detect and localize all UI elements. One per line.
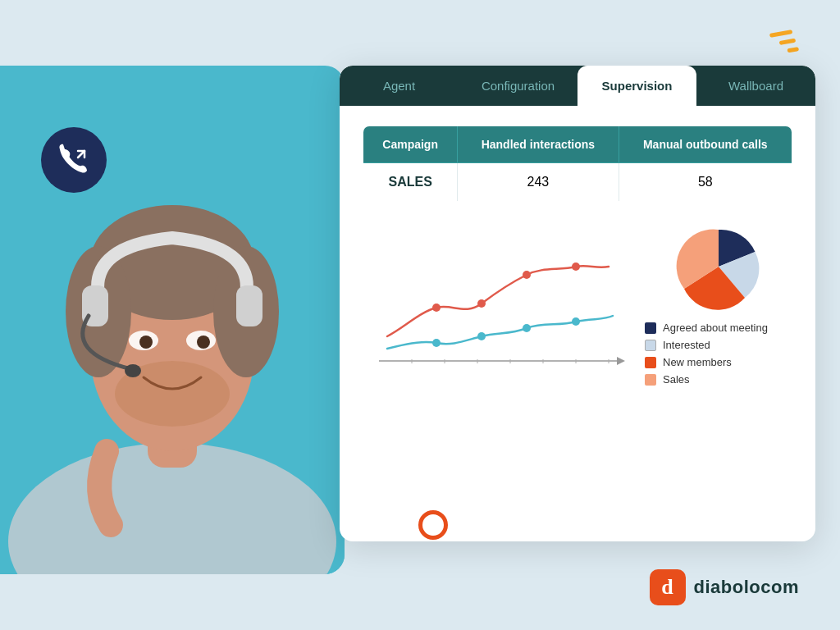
table-row: SALES 243 58 <box>363 163 792 202</box>
svg-point-22 <box>523 271 531 279</box>
chart-area: Agreed about meeting Interested New memb… <box>340 215 815 399</box>
ui-card: Agent Configuration Supervision Wallboar… <box>340 66 815 541</box>
legend-dot-interested <box>645 340 656 351</box>
legend-item-agreed: Agreed about meeting <box>645 322 792 334</box>
supervision-table: Campaign Handled interactions Manual out… <box>363 126 792 202</box>
svg-marker-19 <box>617 357 625 365</box>
tab-supervision[interactable]: Supervision <box>578 66 696 106</box>
pie-chart-wrapper <box>645 221 792 312</box>
deco-line-1 <box>769 30 792 38</box>
logo-icon: d <box>650 569 686 605</box>
svg-point-25 <box>477 332 486 340</box>
legend-dot-new-members <box>645 357 656 368</box>
svg-point-14 <box>125 364 141 377</box>
header-campaign: Campaign <box>363 126 458 163</box>
orange-dot-decoration <box>418 510 448 540</box>
legend-item-interested: Interested <box>645 339 792 351</box>
svg-point-10 <box>139 336 153 349</box>
phone-icon <box>57 143 91 177</box>
logo-text: diabolocom <box>694 577 799 598</box>
pie-chart <box>673 221 764 312</box>
deco-line-2 <box>779 39 797 45</box>
tab-bar: Agent Configuration Supervision Wallboar… <box>340 66 815 106</box>
legend-item-sales: Sales <box>645 373 792 386</box>
line-chart <box>363 221 625 386</box>
decoration-lines <box>769 29 799 55</box>
table-header-row: Campaign Handled interactions Manual out… <box>363 126 792 163</box>
legend-dot-sales <box>645 374 656 386</box>
header-manual: Manual outbound calls <box>619 126 792 163</box>
legend-label-agreed: Agreed about meeting <box>663 322 768 334</box>
svg-point-21 <box>477 299 486 308</box>
logo-area: d diabolocom <box>650 569 799 605</box>
cell-campaign: SALES <box>363 163 458 202</box>
svg-point-23 <box>572 262 580 271</box>
legend-label-new-members: New members <box>663 356 732 368</box>
pie-legend-container: Agreed about meeting Interested New memb… <box>645 221 792 386</box>
svg-point-11 <box>197 336 210 349</box>
deco-line-3 <box>787 47 799 52</box>
phone-circle <box>41 127 107 193</box>
table-section: Campaign Handled interactions Manual out… <box>340 106 815 215</box>
svg-point-24 <box>432 339 441 347</box>
svg-point-20 <box>432 304 441 312</box>
tab-configuration[interactable]: Configuration <box>459 66 578 106</box>
header-handled: Handled interactions <box>458 126 619 163</box>
legend-label-interested: Interested <box>663 339 710 351</box>
tab-wallboard[interactable]: Wallboard <box>696 66 815 106</box>
svg-point-27 <box>572 317 580 326</box>
legend: Agreed about meeting Interested New memb… <box>645 322 792 386</box>
legend-item-new-members: New members <box>645 356 792 368</box>
svg-point-26 <box>523 324 531 332</box>
cell-handled: 243 <box>458 163 619 202</box>
tab-agent[interactable]: Agent <box>340 66 459 106</box>
line-chart-container <box>363 221 625 386</box>
cell-manual: 58 <box>619 163 792 202</box>
legend-label-sales: Sales <box>663 373 690 386</box>
legend-dot-agreed <box>645 322 656 334</box>
svg-rect-13 <box>236 285 262 326</box>
